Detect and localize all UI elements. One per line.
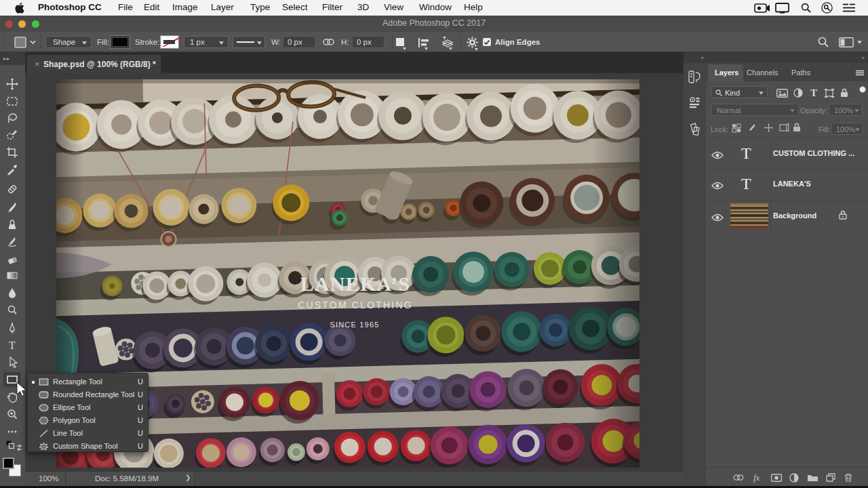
svg-text:T: T <box>9 340 16 351</box>
